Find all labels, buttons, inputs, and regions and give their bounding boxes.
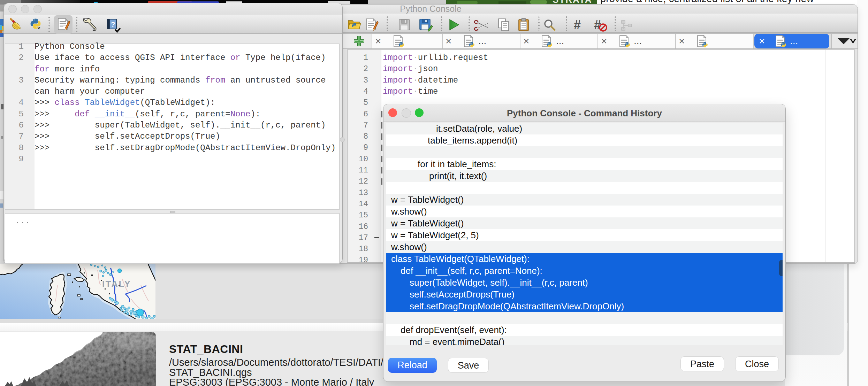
svg-text:ITALY: ITALY: [102, 279, 131, 289]
svg-text:>: >: [38, 25, 40, 30]
svg-text:#: #: [574, 18, 581, 32]
svg-text:?: ?: [111, 21, 115, 28]
